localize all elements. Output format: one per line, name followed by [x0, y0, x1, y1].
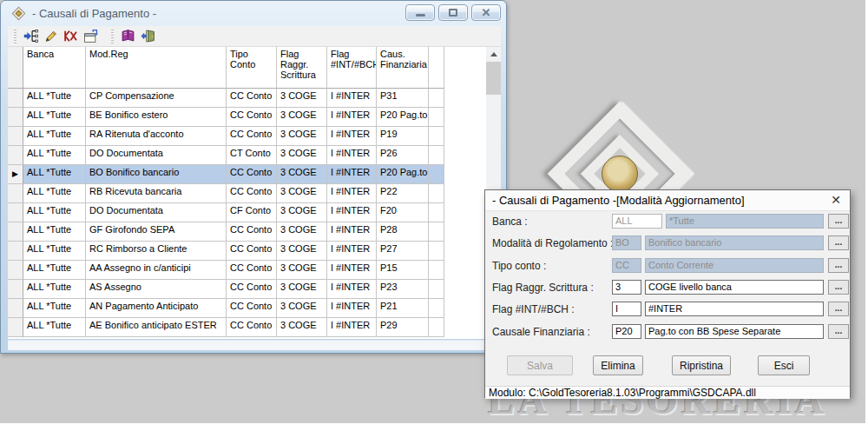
table-row[interactable]: ALL *TutteDO DocumentataCT Conto3 COGEI …: [8, 146, 444, 165]
row-selector-header: [8, 47, 23, 89]
field-label: Flag #INT/#BCH :: [492, 303, 575, 315]
maximize-icon: [449, 9, 457, 17]
exit-door-icon: [141, 29, 155, 43]
field-description-input[interactable]: Pag.to con BB Spese Separate: [645, 324, 824, 339]
table-cell: 3 COGE: [277, 89, 327, 108]
field-code-input[interactable]: I: [612, 302, 641, 316]
table-cell: ALL *Tutte: [23, 165, 86, 184]
table-cell: CC Conto: [227, 184, 277, 203]
table-cell: I #INTER: [327, 261, 377, 280]
field-code-input[interactable]: 3: [612, 280, 641, 295]
table-cell: CF Conto: [227, 203, 277, 222]
table-cell: 3 COGE: [277, 203, 327, 222]
lookup-button[interactable]: ...: [828, 235, 849, 250]
table-cell: BE Bonifico estero: [86, 108, 227, 127]
table-cell-empty: [429, 165, 444, 184]
table-cell: AA Assegno in c/anticipi: [86, 261, 227, 280]
table-cell: ALL *Tutte: [23, 89, 86, 108]
table-cell: CC Conto: [227, 261, 277, 280]
field-description-input: Bonifico bancario: [645, 235, 824, 250]
esci-button[interactable]: Esci: [758, 355, 810, 375]
table-row[interactable]: ALL *TutteRB Ricevuta bancariaCC Conto3 …: [8, 184, 444, 203]
maximize-button[interactable]: [438, 4, 468, 21]
lookup-button[interactable]: ...: [828, 302, 849, 316]
table-row[interactable]: ALL *TutteRA Ritenuta d'accontoCC Conto3…: [8, 127, 444, 146]
salva-button: Salva: [507, 355, 573, 375]
table-cell: I #INTER: [327, 318, 377, 337]
dialog-close-button[interactable]: ✕: [831, 193, 841, 207]
field-description-input[interactable]: COGE livello banca: [645, 280, 824, 295]
table-cell: AN Pagamento Anticipato: [86, 299, 227, 318]
table-cell: CC Conto: [227, 242, 277, 261]
table-cell-empty: [429, 203, 444, 222]
scrollbar-thumb[interactable]: [486, 62, 501, 95]
field-description-input: Conto Corrente: [645, 258, 824, 273]
table-cell: P21: [377, 299, 429, 318]
field-description-input[interactable]: #INTER: [645, 302, 824, 316]
table-row[interactable]: ALL *TutteAN Pagamento AnticipatoCC Cont…: [8, 299, 444, 318]
table-row[interactable]: ALL *TutteDO DocumentataCF Conto3 COGEI …: [8, 203, 444, 222]
main-window-title: - Causali di Pagamento -: [32, 1, 156, 26]
lookup-button[interactable]: ...: [828, 324, 849, 339]
table-cell-empty: [429, 261, 444, 280]
elimina-button[interactable]: Elimina: [593, 355, 643, 375]
main-toolbar: [8, 26, 501, 47]
table-cell: I #INTER: [327, 165, 377, 184]
new-record-icon: [23, 29, 38, 43]
table-cell: CC Conto: [227, 318, 277, 337]
table-row[interactable]: ALL *TutteRC Rimborso a ClienteCC Conto3…: [8, 242, 444, 261]
window-controls: ✕: [405, 4, 501, 21]
row-selector: [8, 146, 23, 165]
selected-row-marker-icon: ▶: [12, 169, 18, 178]
table-cell: I #INTER: [327, 127, 377, 146]
table-cell: CC Conto: [227, 165, 277, 184]
table-cell: P29: [377, 318, 429, 337]
table-cell: RC Rimborso a Cliente: [86, 242, 227, 261]
edit-record-button[interactable]: [41, 27, 61, 45]
exit-button[interactable]: [138, 27, 158, 45]
table-row[interactable]: ▶ALL *TutteBO Bonifico bancarioCC Conto3…: [8, 165, 444, 184]
table-cell: I #INTER: [327, 184, 377, 203]
payments-table: BancaMod.RegTipo ContoFlag Raggr. Scritt…: [8, 47, 501, 339]
table-cell: I #INTER: [327, 299, 377, 318]
field-code-input[interactable]: P20: [612, 324, 641, 339]
lookup-button[interactable]: ...: [828, 258, 849, 273]
manual-button[interactable]: [118, 27, 138, 45]
table-row[interactable]: ALL *TutteAE Bonifico anticipato ESTERCC…: [8, 318, 444, 337]
app-diamond-icon: [11, 6, 26, 21]
table-cell: P26: [377, 146, 429, 165]
table-row[interactable]: ALL *TutteGF Girofondo SEPACC Conto3 COG…: [8, 222, 444, 242]
table-cell: AE Bonifico anticipato ESTER: [86, 318, 227, 337]
table-row[interactable]: ALL *TutteAA Assegno in c/anticipiCC Con…: [8, 261, 444, 280]
logo-gold-circle: [602, 156, 638, 192]
new-record-button[interactable]: [21, 27, 41, 45]
close-button[interactable]: ✕: [471, 4, 501, 21]
table-cell: 3 COGE: [277, 242, 327, 261]
scroll-up-button[interactable]: [486, 47, 501, 62]
dialog-titlebar[interactable]: - Causali di Pagamento -[Modalità Aggior…: [485, 190, 850, 211]
table-cell: P20 Pag.to: [377, 108, 429, 127]
table-cell: P27: [377, 242, 429, 261]
table-cell: P20 Pag.to: [377, 165, 429, 184]
main-titlebar[interactable]: - Causali di Pagamento - ✕: [1, 1, 506, 26]
table-cell: ALL *Tutte: [23, 261, 86, 280]
card-view-button[interactable]: [81, 27, 101, 45]
table-row[interactable]: ALL *TutteAS AssegnoCC Conto3 COGEI #INT…: [8, 280, 444, 299]
table-row[interactable]: ALL *TutteBE Bonifico esteroCC Conto3 CO…: [8, 108, 444, 127]
table-cell: 3 COGE: [277, 127, 327, 146]
lookup-button[interactable]: ...: [828, 214, 849, 229]
table-cell: 3 COGE: [277, 184, 327, 203]
horizontal-scrollbar[interactable]: [8, 340, 501, 350]
delete-record-button[interactable]: [61, 27, 81, 45]
delete-record-icon: [63, 29, 78, 43]
ripristina-button[interactable]: Ripristina: [672, 355, 731, 375]
table-row[interactable]: ALL *TutteCP CompensazioneCC Conto3 COGE…: [8, 89, 444, 108]
lookup-button[interactable]: ...: [828, 280, 849, 295]
table-cell: I #INTER: [327, 146, 377, 165]
table-cell: ALL *Tutte: [23, 108, 86, 127]
table-cell: DO Documentata: [86, 203, 227, 222]
field-label: Causale Finanziaria :: [492, 326, 590, 338]
table-cell-empty: [429, 242, 444, 261]
table-cell: P19: [377, 127, 429, 146]
minimize-button[interactable]: [405, 4, 435, 21]
